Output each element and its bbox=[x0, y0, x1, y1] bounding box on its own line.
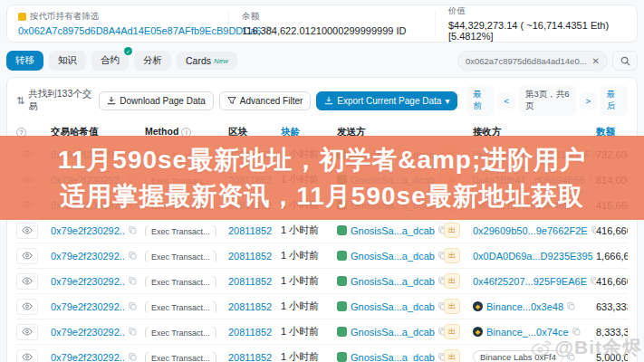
clear-filter-icon[interactable]: ✕ bbox=[592, 56, 600, 66]
chevron-down-icon: ▾ bbox=[445, 96, 449, 106]
from-address-link[interactable]: GnosisSa...a_dcab bbox=[351, 225, 435, 236]
value-amount: $44,329,273.14 ( ~16,714.4351 Eth) [5.48… bbox=[448, 20, 626, 42]
to-address-link[interactable]: Binance...0x3e48 bbox=[486, 301, 563, 312]
tab-contract[interactable]: 合约 ✓ bbox=[91, 51, 129, 71]
binance-icon: ◆ bbox=[473, 327, 483, 337]
tx-hash-link[interactable]: 0x79e2f230292.. bbox=[51, 225, 125, 236]
transfer-amount: 416,666.6667 bbox=[596, 276, 628, 287]
tx-hash-link[interactable]: 0x79e2f230292.. bbox=[51, 301, 125, 312]
promo-overlay: 11月590se最新地址，初学者&amp;进阶用户 适用掌握最新资讯，11月59… bbox=[0, 136, 644, 220]
search-button[interactable] bbox=[612, 51, 638, 71]
copy-icon[interactable] bbox=[567, 302, 575, 310]
tab-analytics[interactable]: 分析 bbox=[134, 51, 171, 71]
result-count: ⇅ 共找到133个交易 bbox=[16, 88, 99, 113]
address-filter-pill[interactable]: 0x062a7c8975d6d8a4ad14e0... ✕ bbox=[457, 51, 608, 71]
copy-icon[interactable] bbox=[129, 277, 137, 285]
watermark-text: @Bit余烬 bbox=[555, 335, 642, 360]
tx-preview-button[interactable] bbox=[16, 248, 38, 264]
block-link[interactable]: 20811852 bbox=[228, 301, 272, 312]
address-filter-value: 0x062a7c8975d6d8a4ad14e0... bbox=[466, 56, 587, 66]
download-page-data-button[interactable]: Download Page Data bbox=[99, 91, 214, 110]
balance-section: 余额 116,384,622.01210000299999999 ID bbox=[228, 11, 435, 36]
token-summary-card: 按代币持有者筛选 0x062A7c8975d6D8A4Ad14E05e87AFf… bbox=[6, 5, 638, 43]
block-link[interactable]: 20811852 bbox=[228, 327, 272, 338]
copy-icon[interactable] bbox=[129, 328, 137, 336]
holder-address-link[interactable]: 0x062A7c8975d6D8A4Ad14E05e87AFfb9EcB9DDC… bbox=[18, 25, 261, 36]
transfer-amount: 1,666,666.667 bbox=[596, 251, 628, 262]
last-page-button[interactable]: 最后 bbox=[601, 85, 628, 116]
tx-preview-button[interactable] bbox=[16, 299, 38, 315]
direction-out-badge: 出 bbox=[444, 273, 460, 289]
tab-info[interactable]: 知识 bbox=[49, 51, 86, 71]
to-address-link[interactable]: 0x29609b50...9e7662F2E bbox=[473, 225, 588, 236]
method-badge[interactable]: Exec Transact... bbox=[145, 327, 216, 338]
table-toolbar: ⇅ 共找到133个交易 Download Page Data Advanced … bbox=[16, 85, 628, 116]
tx-age: 1 小时前 bbox=[281, 351, 319, 362]
download-page-data-label: Download Page Data bbox=[120, 96, 206, 106]
tx-hash-link[interactable]: 0x79e2f230292.. bbox=[51, 276, 125, 287]
method-badge[interactable]: Exec Transact... bbox=[145, 251, 216, 262]
tx-hash-link[interactable]: 0x79e2f230292.. bbox=[51, 327, 125, 338]
promo-line-2: 适用掌握最新资讯，11月590se最新地址获取 bbox=[60, 178, 583, 214]
from-address-link[interactable]: GnosisSa...a_dcab bbox=[351, 276, 435, 287]
binance-icon: ◆ bbox=[473, 301, 483, 311]
eye-icon bbox=[22, 353, 33, 361]
tx-preview-button[interactable] bbox=[16, 223, 38, 239]
tab-transfers[interactable]: 转移 bbox=[6, 51, 43, 71]
block-link[interactable]: 20811852 bbox=[228, 225, 272, 236]
tabs: 转移 知识 合约 ✓ 分析 Cards New bbox=[6, 51, 237, 71]
tab-cards-new-badge: New bbox=[214, 57, 228, 65]
copy-icon[interactable] bbox=[129, 302, 137, 310]
advanced-filter-button[interactable]: Advanced Filter bbox=[219, 91, 311, 110]
to-address-link[interactable]: 0x0DA0D69a...D9235E395 bbox=[473, 251, 593, 262]
eye-icon bbox=[22, 226, 33, 234]
copy-icon[interactable] bbox=[129, 353, 137, 361]
next-page-button[interactable]: > bbox=[580, 92, 598, 110]
tx-hash-link[interactable]: 0x79e2f230292.. bbox=[51, 251, 125, 262]
gnosis-safe-icon bbox=[337, 225, 347, 235]
holder-address-row: 0x062A7c8975d6D8A4Ad14E05e87AFfb9EcB9DDC… bbox=[18, 25, 228, 36]
balance-label: 余额 bbox=[242, 11, 435, 23]
table-row: 0x79e2f230292.. Exec Transact... 2081185… bbox=[16, 294, 628, 319]
table-row: 0x79e2f230292.. Exec Transact... 2081185… bbox=[16, 269, 628, 294]
block-link[interactable]: 20811852 bbox=[228, 251, 272, 262]
from-address-link[interactable]: GnosisSa...a_dcab bbox=[351, 301, 435, 312]
from-address-link[interactable]: GnosisSa...a_dcab bbox=[351, 352, 435, 362]
tx-age: 1 小时前 bbox=[281, 250, 319, 261]
from-address-link[interactable]: GnosisSa...a_dcab bbox=[351, 327, 435, 338]
prev-page-button[interactable]: < bbox=[497, 92, 515, 110]
tx-age: 1 小时前 bbox=[281, 300, 319, 311]
tx-hash-link[interactable]: 0x79e2f230292.. bbox=[51, 352, 125, 362]
direction-out-badge: 出 bbox=[444, 324, 460, 339]
method-badge[interactable]: Exec Transact... bbox=[145, 225, 216, 236]
tab-cards[interactable]: Cards New bbox=[177, 52, 237, 70]
export-page-data-button[interactable]: Export Current Page Data ▾ bbox=[316, 91, 457, 110]
from-address-link[interactable]: GnosisSa...a_dcab bbox=[351, 251, 435, 262]
gnosis-safe-icon bbox=[337, 352, 347, 362]
method-badge[interactable]: Exec Transact... bbox=[145, 276, 216, 287]
weibo-icon bbox=[530, 338, 553, 357]
export-icon bbox=[324, 96, 333, 105]
copy-icon[interactable] bbox=[129, 252, 137, 260]
first-page-button[interactable]: 最前 bbox=[466, 85, 494, 116]
block-link[interactable]: 20811852 bbox=[228, 276, 272, 287]
sort-icon[interactable]: ⇅ bbox=[16, 95, 24, 107]
tx-preview-button[interactable] bbox=[16, 324, 38, 340]
pagination: 最前 < 第3页，共6页 > 最后 bbox=[466, 85, 628, 116]
tx-preview-button[interactable] bbox=[16, 273, 38, 290]
tx-preview-button[interactable] bbox=[16, 349, 38, 362]
transfer-amount: 416,666.6667 bbox=[596, 225, 628, 236]
tx-age: 1 小时前 bbox=[281, 326, 319, 337]
method-badge[interactable]: Exec Transact... bbox=[145, 352, 216, 362]
page-status: 第3页，共6页 bbox=[519, 85, 576, 116]
tab-info-label: 知识 bbox=[58, 54, 77, 67]
download-icon bbox=[107, 96, 116, 105]
method-badge[interactable]: Exec Transact... bbox=[145, 301, 216, 312]
advanced-filter-label: Advanced Filter bbox=[240, 96, 303, 106]
gnosis-safe-icon bbox=[337, 276, 347, 286]
block-link[interactable]: 20811852 bbox=[228, 352, 272, 362]
tx-age: 1 小时前 bbox=[281, 224, 319, 235]
copy-icon[interactable] bbox=[129, 226, 137, 234]
to-address-link[interactable]: 0x46f25207...925F9EA6E bbox=[473, 276, 587, 287]
eye-icon bbox=[22, 277, 33, 285]
